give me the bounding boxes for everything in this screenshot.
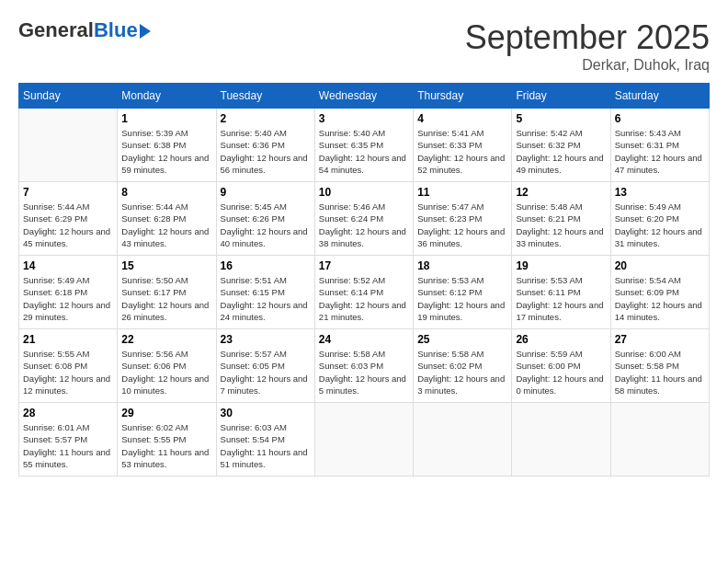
calendar-cell: 3Sunrise: 5:40 AMSunset: 6:35 PMDaylight… <box>314 109 413 182</box>
calendar-cell: 5Sunrise: 5:42 AMSunset: 6:32 PMDaylight… <box>512 109 610 182</box>
day-number: 27 <box>615 333 705 346</box>
day-number: 14 <box>23 259 113 272</box>
day-info: Sunrise: 5:59 AMSunset: 6:00 PMDaylight:… <box>516 348 606 396</box>
day-info: Sunrise: 5:47 AMSunset: 6:23 PMDaylight:… <box>417 201 507 249</box>
calendar-table: SundayMondayTuesdayWednesdayThursdayFrid… <box>18 83 710 477</box>
calendar-cell: 24Sunrise: 5:58 AMSunset: 6:03 PMDayligh… <box>314 329 413 403</box>
day-number: 4 <box>417 112 507 125</box>
day-number: 23 <box>221 333 311 346</box>
day-info: Sunrise: 5:46 AMSunset: 6:24 PMDaylight:… <box>319 201 409 249</box>
month-title: September 2025 <box>465 18 710 57</box>
calendar-cell: 8Sunrise: 5:44 AMSunset: 6:28 PMDaylight… <box>118 182 216 256</box>
day-number: 24 <box>319 333 409 346</box>
day-number: 11 <box>417 186 507 199</box>
day-info: Sunrise: 5:40 AMSunset: 6:35 PMDaylight:… <box>319 127 409 176</box>
logo-arrow-icon <box>140 24 151 39</box>
calendar-cell: 2Sunrise: 5:40 AMSunset: 6:36 PMDaylight… <box>216 109 314 182</box>
day-number: 18 <box>417 259 507 272</box>
day-info: Sunrise: 5:56 AMSunset: 6:06 PMDaylight:… <box>121 348 211 396</box>
calendar-cell: 11Sunrise: 5:47 AMSunset: 6:23 PMDayligh… <box>414 182 512 256</box>
weekday-header-friday: Friday <box>512 84 610 109</box>
day-number: 29 <box>121 407 211 419</box>
day-number: 6 <box>615 112 705 125</box>
calendar-cell: 13Sunrise: 5:49 AMSunset: 6:20 PMDayligh… <box>610 182 709 256</box>
day-info: Sunrise: 6:03 AMSunset: 5:54 PMDaylight:… <box>221 421 311 470</box>
calendar-cell: 21Sunrise: 5:55 AMSunset: 6:08 PMDayligh… <box>19 329 118 403</box>
calendar-cell: 27Sunrise: 6:00 AMSunset: 5:58 PMDayligh… <box>610 329 709 403</box>
day-number: 7 <box>23 186 113 199</box>
calendar-cell: 4Sunrise: 5:41 AMSunset: 6:33 PMDaylight… <box>414 109 512 182</box>
day-info: Sunrise: 5:41 AMSunset: 6:33 PMDaylight:… <box>417 127 507 176</box>
location-subtitle: Derkar, Duhok, Iraq <box>465 57 710 74</box>
calendar-week-row: 14Sunrise: 5:49 AMSunset: 6:18 PMDayligh… <box>19 256 710 329</box>
day-info: Sunrise: 5:44 AMSunset: 6:29 PMDaylight:… <box>23 201 113 249</box>
calendar-cell: 28Sunrise: 6:01 AMSunset: 5:57 PMDayligh… <box>19 403 118 477</box>
day-info: Sunrise: 5:49 AMSunset: 6:20 PMDaylight:… <box>615 201 705 249</box>
calendar-cell <box>314 403 413 477</box>
day-info: Sunrise: 5:39 AMSunset: 6:38 PMDaylight:… <box>121 127 211 176</box>
day-number: 1 <box>121 112 211 125</box>
title-section: September 2025 Derkar, Duhok, Iraq <box>465 18 710 74</box>
calendar-cell: 12Sunrise: 5:48 AMSunset: 6:21 PMDayligh… <box>512 182 610 256</box>
calendar-cell: 9Sunrise: 5:45 AMSunset: 6:26 PMDaylight… <box>216 182 314 256</box>
calendar-cell: 1Sunrise: 5:39 AMSunset: 6:38 PMDaylight… <box>118 109 216 182</box>
calendar-cell <box>512 403 610 477</box>
day-number: 16 <box>221 259 311 272</box>
calendar-week-row: 1Sunrise: 5:39 AMSunset: 6:38 PMDaylight… <box>19 109 710 182</box>
day-number: 2 <box>221 112 311 125</box>
calendar-cell: 7Sunrise: 5:44 AMSunset: 6:29 PMDaylight… <box>19 182 118 256</box>
day-info: Sunrise: 5:58 AMSunset: 6:03 PMDaylight:… <box>319 348 409 396</box>
day-number: 30 <box>221 407 311 419</box>
day-number: 19 <box>516 259 606 272</box>
day-number: 13 <box>615 186 705 199</box>
day-info: Sunrise: 5:54 AMSunset: 6:09 PMDaylight:… <box>615 274 705 323</box>
calendar-cell: 25Sunrise: 5:58 AMSunset: 6:02 PMDayligh… <box>414 329 512 403</box>
day-number: 12 <box>516 186 606 199</box>
weekday-header-thursday: Thursday <box>414 84 512 109</box>
day-number: 9 <box>221 186 311 199</box>
calendar-cell: 17Sunrise: 5:52 AMSunset: 6:14 PMDayligh… <box>314 256 413 329</box>
day-info: Sunrise: 5:43 AMSunset: 6:31 PMDaylight:… <box>615 127 705 176</box>
weekday-header-wednesday: Wednesday <box>314 84 413 109</box>
calendar-cell: 29Sunrise: 6:02 AMSunset: 5:55 PMDayligh… <box>118 403 216 477</box>
logo-blue-text: Blue <box>94 18 138 42</box>
day-info: Sunrise: 5:53 AMSunset: 6:12 PMDaylight:… <box>417 274 507 323</box>
day-info: Sunrise: 6:02 AMSunset: 5:55 PMDaylight:… <box>121 421 211 470</box>
day-number: 10 <box>319 186 409 199</box>
weekday-header-monday: Monday <box>118 84 216 109</box>
calendar-cell: 10Sunrise: 5:46 AMSunset: 6:24 PMDayligh… <box>314 182 413 256</box>
day-number: 22 <box>121 333 211 346</box>
day-info: Sunrise: 5:55 AMSunset: 6:08 PMDaylight:… <box>23 348 113 396</box>
calendar-cell: 18Sunrise: 5:53 AMSunset: 6:12 PMDayligh… <box>414 256 512 329</box>
day-number: 15 <box>121 259 211 272</box>
calendar-cell: 22Sunrise: 5:56 AMSunset: 6:06 PMDayligh… <box>118 329 216 403</box>
calendar-cell: 15Sunrise: 5:50 AMSunset: 6:17 PMDayligh… <box>118 256 216 329</box>
calendar-cell: 16Sunrise: 5:51 AMSunset: 6:15 PMDayligh… <box>216 256 314 329</box>
calendar-cell: 20Sunrise: 5:54 AMSunset: 6:09 PMDayligh… <box>610 256 709 329</box>
day-info: Sunrise: 5:57 AMSunset: 6:05 PMDaylight:… <box>221 348 311 396</box>
calendar-cell: 23Sunrise: 5:57 AMSunset: 6:05 PMDayligh… <box>216 329 314 403</box>
day-number: 8 <box>121 186 211 199</box>
logo-general-text: General <box>18 18 94 42</box>
day-number: 26 <box>516 333 606 346</box>
calendar-week-row: 28Sunrise: 6:01 AMSunset: 5:57 PMDayligh… <box>19 403 710 477</box>
calendar-cell <box>414 403 512 477</box>
day-info: Sunrise: 5:49 AMSunset: 6:18 PMDaylight:… <box>23 274 113 323</box>
page-header: General Blue September 2025 Derkar, Duho… <box>18 18 710 74</box>
day-info: Sunrise: 6:01 AMSunset: 5:57 PMDaylight:… <box>23 421 113 470</box>
weekday-header-tuesday: Tuesday <box>216 84 314 109</box>
day-number: 20 <box>615 259 705 272</box>
calendar-cell: 14Sunrise: 5:49 AMSunset: 6:18 PMDayligh… <box>19 256 118 329</box>
calendar-header-row: SundayMondayTuesdayWednesdayThursdayFrid… <box>19 84 710 109</box>
day-number: 28 <box>23 407 113 419</box>
day-info: Sunrise: 5:53 AMSunset: 6:11 PMDaylight:… <box>516 274 606 323</box>
day-number: 25 <box>417 333 507 346</box>
day-info: Sunrise: 6:00 AMSunset: 5:58 PMDaylight:… <box>615 348 705 396</box>
day-number: 17 <box>319 259 409 272</box>
calendar-cell: 26Sunrise: 5:59 AMSunset: 6:00 PMDayligh… <box>512 329 610 403</box>
calendar-cell <box>610 403 709 477</box>
weekday-header-sunday: Sunday <box>19 84 118 109</box>
day-number: 5 <box>516 112 606 125</box>
day-number: 3 <box>319 112 409 125</box>
day-info: Sunrise: 5:45 AMSunset: 6:26 PMDaylight:… <box>221 201 311 249</box>
